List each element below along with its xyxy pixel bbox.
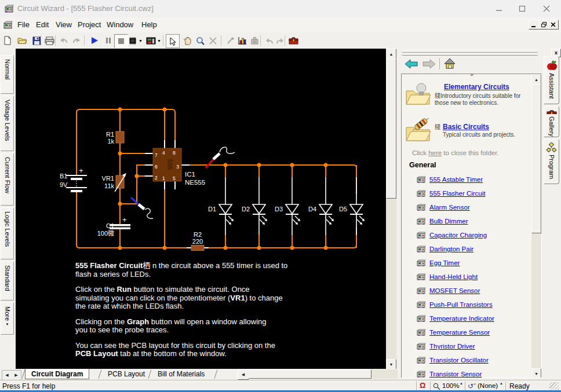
gallery-item[interactable]: Temperature Indicator [417,313,494,324]
elementary-circuits-folder-icon[interactable] [405,82,431,106]
gallery-item[interactable]: Alarm Sensor [417,202,470,213]
close-button[interactable] [536,0,558,17]
gallery-scroll-thumb[interactable] [531,84,541,233]
mdi-minimize-button[interactable] [529,20,539,30]
tab-normal[interactable]: Normal [1,55,14,94]
vscroll-thumb[interactable] [386,58,396,199]
gallery-item[interactable]: Transistor Sensor [417,368,482,378]
hscroll-thumb[interactable] [249,369,371,379]
hscroll-track[interactable] [248,369,398,379]
mdi-close-button[interactable] [548,20,559,30]
gallery-item[interactable]: Darlington Pair [417,243,473,255]
forward-button[interactable] [422,59,436,69]
gallery-item[interactable]: 555 Flasher Circuit [417,188,486,199]
scroll-up-button[interactable]: ▲ [386,49,396,59]
led-d1[interactable]: D1 [208,165,234,248]
gallery-item[interactable]: Thyristor Driver [417,340,475,352]
zoom-spinner-icon[interactable]: ▲ [460,382,463,385]
scroll-down-button[interactable]: ▼ [386,359,396,369]
pause-button[interactable] [102,34,115,47]
tab-circuit-diagram[interactable]: Circuit Diagram [25,369,89,379]
tab-standard[interactable]: Standard [1,261,14,301]
minimize-button[interactable] [488,0,510,17]
hscroll-left-button[interactable]: ◀ [238,369,249,380]
svg-text:C1: C1 [106,222,114,229]
resistor-r2[interactable]: R2 220 [187,231,209,251]
zoom-tool-button[interactable] [194,34,206,47]
component-chip-dropdown[interactable]: ▼ [128,34,143,47]
mdi-restore-button[interactable] [538,20,549,30]
elementary-circuits-link[interactable]: Elementary Circuits [444,83,509,91]
led-d2[interactable]: D2 [242,165,267,248]
tab-pcb-layout[interactable]: PCB Layout [102,369,151,379]
tab-gallery[interactable]: Gallery [544,106,559,137]
tab-assistant[interactable]: Assistant [544,57,559,104]
toolbox-button[interactable] [287,34,300,47]
maximize-button[interactable] [511,0,533,17]
basic-circuits-folder-icon[interactable] [405,118,431,142]
tab-current-flow[interactable]: Current Flow [1,153,14,206]
circuit-canvas[interactable]: + B1 9V R1 1k VR1 11k + [16,49,386,369]
svg-text:5: 5 [173,175,176,181]
menu-edit[interactable]: Edit [34,17,51,32]
menu-project[interactable]: Project [75,17,103,32]
led-d3[interactable]: D3 [275,165,300,248]
tab-logic-levels[interactable]: Logic Levels [1,207,14,259]
menu-file[interactable]: File [15,17,32,32]
delete-tool-button[interactable] [206,34,219,47]
gallery-item[interactable]: Bulb Dimmer [417,215,468,227]
print-button[interactable] [43,34,56,47]
capacitor-c1[interactable]: + C1 100微 [97,215,130,237]
tab-bill-of-materials[interactable]: Bill of Materials [152,369,210,379]
tab-program[interactable]: Program [544,139,559,184]
undo-button[interactable] [57,34,70,47]
potentiometer-vr1[interactable]: VR1 11k [102,173,126,192]
gallery-item[interactable]: Push-Pull Transistors [417,299,493,310]
probe-blue[interactable] [131,197,153,218]
resize-grip[interactable] [549,382,559,390]
gallery-item[interactable]: Temperature Sensor [417,327,490,338]
gallery-item[interactable]: MOSFET Sensor [417,285,480,296]
tab-scroll-right-icon[interactable]: ▶ [14,373,17,378]
rotation-spinner-icon[interactable]: ▲ [500,382,503,385]
analyzer-button[interactable] [248,34,261,47]
scroll-down-button[interactable]: ▼ [531,368,541,378]
zoom-level-value[interactable]: 100% [442,382,459,389]
tab-voltage-levels[interactable]: Voltage Levels [1,96,14,151]
menu-view[interactable]: View [53,17,74,32]
graph-button[interactable] [236,34,249,47]
gallery-item[interactable]: Hand-Held Light [417,271,478,283]
rotation-value[interactable]: (None) [478,382,498,389]
gallery-item[interactable]: Transistor Oscillator [417,354,489,366]
omega-icon[interactable]: Ω [420,381,425,390]
gallery-item[interactable]: Egg Timer [417,257,460,269]
stop-button[interactable] [114,34,128,48]
battery-b1[interactable]: + B1 9V [60,166,87,191]
pan-hand-button[interactable] [181,34,194,47]
menu-help[interactable]: Help [139,17,159,32]
panel-close-button[interactable]: x [551,49,561,57]
back-button[interactable] [405,59,418,69]
basic-circuits-link[interactable]: Basic Circuits [443,123,489,131]
resistor-r1[interactable]: R1 1k [106,131,124,145]
new-document-button[interactable] [1,34,14,47]
home-button[interactable] [444,58,456,69]
pointer-tool-button[interactable] [166,34,180,48]
scroll-up-button[interactable]: ▲ [531,74,541,85]
open-folder-button[interactable] [16,34,28,47]
menu-window[interactable]: Window [104,17,136,32]
window-title: Circuit Wizard - [555 Flasher Circuit.cw… [17,0,154,17]
gallery-item[interactable]: 555 Astable Timer [417,174,483,185]
gallery-item[interactable]: Capacitor Charging [417,229,487,241]
led-d4[interactable]: D4 [308,165,334,248]
probe-tool-button[interactable] [224,34,236,47]
run-button[interactable] [88,34,101,47]
tab-scroll-buttons[interactable]: ◀▶ [2,370,21,380]
close-folder-link[interactable]: here [428,149,442,156]
tab-scroll-left-icon[interactable]: ◀ [5,373,8,378]
led-d5[interactable]: D5 [339,165,365,248]
component-bin-dropdown[interactable]: ▼ [146,34,161,47]
svg-text:2: 2 [155,175,158,181]
tab-more[interactable]: More▼ [1,302,14,335]
redo-button[interactable] [70,34,83,47]
